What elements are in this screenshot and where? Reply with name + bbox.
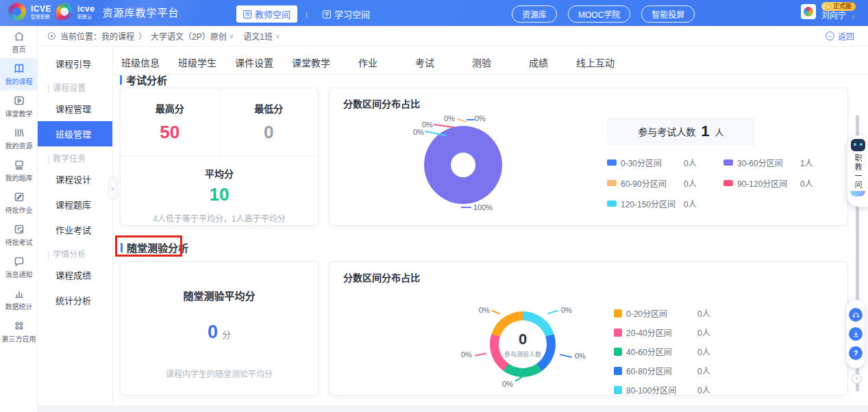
exam-icon	[14, 224, 25, 235]
logo2-sub: 职教云	[77, 14, 95, 19]
tab-class-students[interactable]: 班级学生	[178, 55, 216, 69]
learning-space-icon: 学	[323, 10, 331, 18]
assistant-widget[interactable]: 职教一问	[847, 136, 868, 207]
rail-item-my-courses[interactable]: 我的课程	[0, 58, 38, 90]
quiz-average-card: 随堂测验平均分 0 分 课程内学生的随堂测验平均分	[120, 261, 319, 396]
rail-item-homework-review[interactable]: 待批作业	[0, 187, 38, 219]
icve-shell-logo-icon	[56, 3, 73, 20]
quiz-center-label: 参与测验人数	[504, 350, 541, 359]
quiz-avg-label: 随堂测验平均分	[183, 288, 255, 302]
rail-item-third-party-apps[interactable]: 第三方应用	[0, 316, 38, 348]
smart-cast-button[interactable]: 智能投屏	[641, 5, 695, 23]
tab-grades[interactable]: 成绩	[519, 55, 558, 69]
sidebar-item-homework-exam[interactable]: 作业考试	[38, 217, 112, 242]
exam-legend: 0-30分区间0人 30-60分区间1人 60-90分区间0人 90-120分区…	[607, 157, 833, 209]
assistant-label: 职教一问	[852, 154, 863, 190]
tab-class-info[interactable]: 班级信息	[121, 55, 160, 69]
tab-quiz[interactable]: 测验	[462, 55, 501, 69]
quiz-donut-chart[interactable]: 0 参与测验人数	[490, 311, 556, 377]
sidebar-collapse-handle[interactable]: «	[108, 177, 118, 200]
logo-cluster: ICVE 智慧职教 icve 职教云 资源库教学平台	[8, 3, 179, 21]
tab-homework[interactable]: 作业	[349, 55, 387, 69]
tab-exam[interactable]: 考试	[406, 55, 444, 69]
participants-value: 1	[701, 123, 709, 140]
sidebar-item-class-management[interactable]: 班级管理	[38, 121, 112, 146]
nav-learning-space[interactable]: 学 学习空间	[316, 5, 377, 23]
legend-item: 20-40分区间0人	[614, 326, 710, 338]
medal-icon	[826, 4, 831, 10]
legend-swatch-icon	[607, 201, 617, 207]
tab-classroom-teaching[interactable]: 课堂教学	[292, 55, 330, 69]
rail-item-question-bank[interactable]: 我的题库	[0, 155, 38, 187]
help-button[interactable]: ?	[849, 346, 863, 360]
rail-item-my-resources[interactable]: 我的资源	[0, 123, 38, 155]
nav-divider: |	[306, 10, 308, 18]
donut-label: 0%	[575, 352, 586, 360]
breadcrumb-prefix: 当前位置：	[60, 30, 101, 42]
avatar-logo-icon	[804, 7, 813, 16]
participants-unit: 人	[715, 125, 724, 138]
robot-icon	[851, 139, 865, 151]
course-sidebar: 课程引导 |课程设置 课程管理 班级管理 |教学任务 课程设计 课程题库 作业考…	[38, 47, 113, 412]
donut-label: 100%	[473, 203, 493, 211]
legend-swatch-icon	[723, 159, 733, 166]
logo1-name: ICVE	[31, 5, 51, 13]
donut-label: 0%	[461, 350, 472, 359]
user-name[interactable]: 刘向宁 ∨	[821, 11, 856, 21]
breadcrumb-class-select[interactable]: 语文1班	[243, 30, 273, 42]
floating-toolbar: ?	[847, 300, 865, 368]
download-button[interactable]	[849, 327, 863, 341]
legend-item: 60-80分区间0人	[614, 365, 710, 376]
mooc-college-button[interactable]: MOOC学院	[568, 5, 630, 23]
resource-library-button[interactable]: 资源库	[512, 5, 557, 23]
avatar[interactable]	[801, 4, 816, 19]
resource-icon	[14, 127, 25, 138]
customer-service-button[interactable]	[849, 308, 863, 322]
max-score-cell: 最高分 50	[121, 88, 220, 156]
quiz-legend: 0-20分区间0人 20-40分区间0人 40-60分区间0人 60-80分区间…	[614, 307, 710, 396]
nav-teacher-space[interactable]: 师 教师空间	[236, 5, 297, 23]
location-icon	[47, 31, 56, 40]
rail-item-statistics[interactable]: 数据统计	[0, 283, 38, 316]
breadcrumb: 当前位置： 我的课程 〉 大学语文（2P）原创 ∨ 语文1班 ∨ ← 返回	[38, 26, 868, 47]
user-area[interactable]: 正式版 刘向宁 ∨	[801, 2, 856, 21]
tab-courseware-settings[interactable]: 课件设置	[235, 55, 273, 69]
headset-icon	[852, 311, 860, 319]
legend-item: 0-30分区间0人	[607, 157, 723, 168]
exam-chart-title: 分数区间分布占比	[343, 96, 420, 110]
annotation-box	[115, 235, 182, 257]
rail-item-exam-review[interactable]: 待批考试	[0, 219, 38, 251]
legend-swatch-icon	[614, 367, 622, 375]
main-content: 班级信息 班级学生 课件设置 课堂教学 作业 考试 测验 成绩 线上互动 考试分…	[114, 47, 868, 407]
sidebar-item-statistical-analysis[interactable]: 统计分析	[38, 287, 112, 313]
sidebar-item-course-guide[interactable]: 课程引导	[38, 51, 112, 76]
top-nav: 师 教师空间 | 学 学习空间	[236, 5, 377, 23]
donut-label: 0%	[502, 380, 513, 388]
exam-donut-chart[interactable]	[424, 126, 502, 204]
legend-swatch-icon	[614, 329, 622, 337]
sidebar-item-course-question-bank[interactable]: 课程题库	[38, 192, 112, 217]
legend-swatch-icon	[614, 348, 622, 356]
quiz-avg-note: 课程内学生的随堂测验平均分	[166, 368, 273, 379]
rail-item-messages[interactable]: 消息通知	[0, 251, 38, 283]
tab-bar: 班级信息 班级学生 课件设置 课堂教学 作业 考试 测验 成绩 线上互动	[121, 55, 633, 69]
rail-item-home[interactable]: 首页	[0, 26, 38, 58]
toolbar-collapse-button[interactable]: ×	[852, 374, 862, 384]
legend-swatch-icon	[607, 159, 617, 166]
donut-label: 0%	[479, 306, 490, 314]
sidebar-group-learning-analysis: |学情分析	[38, 242, 112, 262]
breadcrumb-course-select[interactable]: 大学语文（2P）原创	[151, 30, 227, 42]
sidebar-item-course-grades[interactable]: 课程成绩	[38, 262, 112, 287]
quiz-center-value: 0	[519, 331, 527, 348]
breadcrumb-root[interactable]: 我的课程	[101, 30, 134, 42]
classroom-icon	[14, 95, 25, 106]
sidebar-item-course-management[interactable]: 课程管理	[38, 96, 112, 121]
back-button[interactable]: ← 返回	[826, 30, 854, 42]
legend-item: 40-60分区间0人	[614, 346, 710, 357]
avg-score-value: 10	[210, 184, 230, 205]
sidebar-item-course-design[interactable]: 课程设计	[38, 166, 112, 192]
chevron-down-icon: ∨	[230, 33, 234, 40]
apps-icon	[14, 320, 25, 331]
rail-item-classroom[interactable]: 课堂教学	[0, 90, 38, 123]
tab-online-interaction[interactable]: 线上互动	[576, 55, 615, 69]
